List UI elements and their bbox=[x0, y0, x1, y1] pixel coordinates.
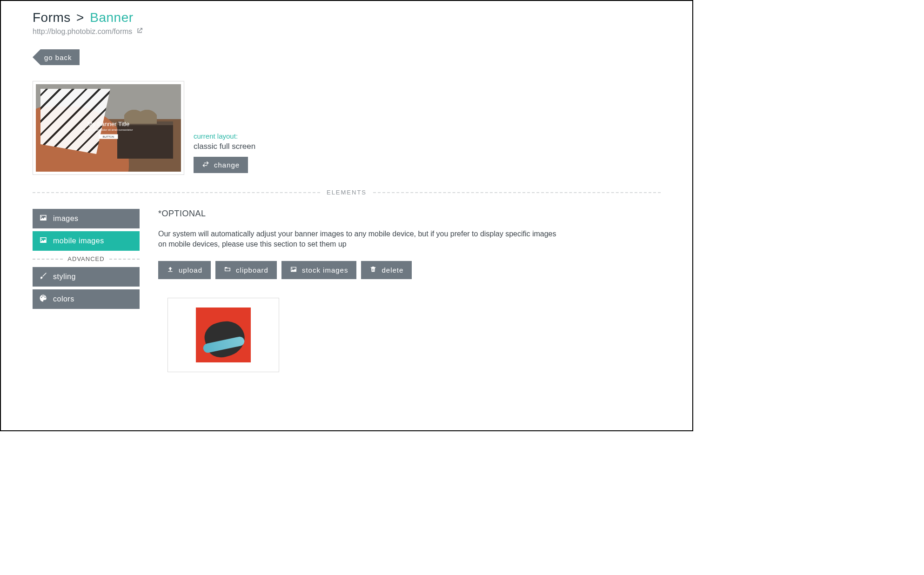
sidebar-item-images[interactable]: images bbox=[33, 209, 140, 228]
sidebar-item-label: images bbox=[53, 214, 79, 223]
trash-icon bbox=[369, 266, 377, 274]
action-row: upload clipboard stock images delete bbox=[158, 261, 661, 279]
sidebar: images mobile images ADVANCED styling co… bbox=[33, 209, 140, 372]
layout-info: current layout: classic full screen chan… bbox=[194, 132, 255, 173]
swap-icon bbox=[202, 160, 209, 169]
optional-heading: *OPTIONAL bbox=[158, 209, 661, 219]
clipboard-label: clipboard bbox=[236, 266, 268, 274]
delete-label: delete bbox=[382, 266, 403, 274]
page-url: http://blog.photobiz.com/forms bbox=[33, 27, 132, 36]
image-icon bbox=[39, 214, 47, 224]
sidebar-item-mobile-images[interactable]: mobile images bbox=[33, 231, 140, 251]
change-layout-label: change bbox=[214, 161, 240, 169]
description-text: Our system will automatically adjust you… bbox=[158, 229, 558, 250]
stock-images-label: stock images bbox=[302, 266, 348, 274]
image-icon bbox=[39, 236, 47, 246]
open-external-icon[interactable] bbox=[136, 27, 143, 36]
sidebar-item-colors[interactable]: colors bbox=[33, 289, 140, 309]
layout-value: classic full screen bbox=[194, 142, 255, 151]
go-back-button[interactable]: go back bbox=[40, 49, 80, 65]
breadcrumb-root[interactable]: Forms bbox=[33, 10, 71, 25]
change-layout-button[interactable]: change bbox=[194, 157, 248, 173]
clipboard-button[interactable]: clipboard bbox=[215, 261, 277, 279]
sidebar-advanced-separator: ADVANCED bbox=[33, 255, 140, 262]
preview-banner-button: BUTTON bbox=[99, 134, 118, 139]
elements-divider-label: ELEMENTS bbox=[327, 189, 367, 196]
preview-banner-subtitle: Lorem ipsum dolor sit amet consectetur bbox=[84, 128, 133, 131]
preview-banner-title: My Banner Title bbox=[84, 120, 133, 127]
sidebar-advanced-label: ADVANCED bbox=[67, 255, 104, 262]
preview-row: My Banner Title Lorem ipsum dolor sit am… bbox=[33, 81, 661, 175]
page-url-row: http://blog.photobiz.com/forms bbox=[33, 27, 661, 36]
upload-icon bbox=[167, 266, 174, 274]
layout-label: current layout: bbox=[194, 132, 255, 140]
content-panel: *OPTIONAL Our system will automatically … bbox=[158, 209, 661, 372]
stock-images-button[interactable]: stock images bbox=[281, 261, 357, 279]
palette-icon bbox=[39, 294, 47, 304]
sidebar-item-label: styling bbox=[53, 273, 76, 281]
sidebar-item-label: colors bbox=[53, 295, 74, 303]
breadcrumb: Forms > Banner bbox=[33, 10, 661, 25]
folder-icon bbox=[224, 266, 231, 274]
preview-thumbnail[interactable]: My Banner Title Lorem ipsum dolor sit am… bbox=[33, 81, 184, 175]
breadcrumb-current: Banner bbox=[90, 10, 133, 25]
sidebar-item-label: mobile images bbox=[53, 237, 104, 245]
elements-divider: ELEMENTS bbox=[33, 189, 661, 196]
sidebar-item-styling[interactable]: styling bbox=[33, 267, 140, 287]
upload-label: upload bbox=[179, 266, 202, 274]
delete-button[interactable]: delete bbox=[361, 261, 412, 279]
breadcrumb-separator: > bbox=[76, 10, 84, 25]
image-icon bbox=[290, 266, 297, 274]
go-back-label: go back bbox=[44, 53, 72, 61]
brush-icon bbox=[39, 272, 47, 282]
upload-button[interactable]: upload bbox=[158, 261, 211, 279]
mobile-image-thumbnail[interactable] bbox=[167, 298, 279, 372]
